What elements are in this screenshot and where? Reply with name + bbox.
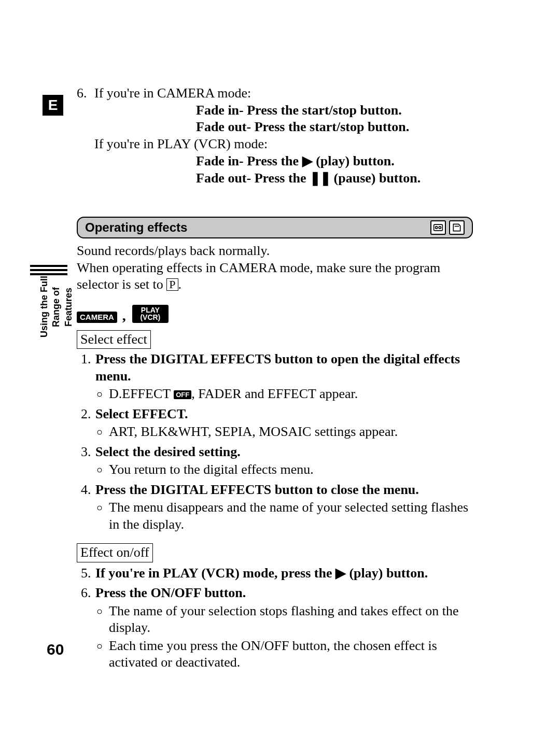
step-5: If you're in PLAY (VCR) mode, press the … [94, 564, 473, 582]
manual-page: E Using the FullRange of Features 6. If … [0, 0, 560, 748]
text: Fade out- Press the [196, 171, 310, 186]
text: , FADER and EFFECT appear. [191, 386, 358, 401]
step-head: If you're in PLAY (VCR) mode, press the … [95, 566, 428, 581]
step-1-bullet: D.EFFECT OFF, FADER and EFFECT appear. [109, 386, 473, 403]
text: D.EFFECT [109, 386, 174, 401]
effect-onoff-box: Effect on/off [77, 543, 153, 562]
step-3-bullet: You return to the digital effects menu. [109, 461, 473, 478]
camera-mode-badge: CAMERA [77, 312, 117, 323]
text: (play) button. [346, 566, 428, 581]
play-icon: ▶ [302, 153, 313, 168]
step-6-bullet-2: Each time you press the ON/OFF button, t… [109, 638, 473, 671]
play-icon: ▶ [335, 565, 346, 581]
step-head: Select the desired setting. [95, 444, 241, 459]
language-tab: E [43, 95, 63, 116]
op-paragraph-2: When operating effects in CAMERA mode, m… [77, 260, 473, 293]
text: PLAY [141, 306, 160, 314]
step-6b: Press the ON/OFF button. The name of you… [94, 585, 473, 671]
step-head: Press the ON/OFF button. [95, 585, 246, 600]
play-vcr-mode-badge: PLAY (VCR) [132, 305, 169, 323]
page-content: 6. If you're in CAMERA mode: Fade in- Pr… [77, 85, 473, 674]
text: When operating effects in CAMERA mode, m… [77, 260, 440, 292]
camera-mode-intro: If you're in CAMERA mode: [94, 85, 473, 102]
step-6-bullet-1: The name of your selection stops flashin… [109, 603, 473, 637]
step-2-bullet: ART, BLK&WHT, SEPIA, MOSAIC settings app… [109, 424, 473, 441]
off-badge-icon: OFF [174, 390, 191, 399]
section-label: Using the FullRange of Features [38, 276, 75, 338]
pause-icon: ❚❚ [310, 171, 330, 186]
operating-effects-heading: Operating effects [77, 217, 473, 238]
onoff-steps: If you're in PLAY (VCR) mode, press the … [77, 564, 473, 671]
step-4: Press the DIGITAL EFFECTS button to clos… [94, 482, 473, 533]
page-number: 60 [47, 640, 64, 659]
text: If you're in PLAY (VCR) mode, press the [95, 566, 335, 581]
heading-icons [430, 220, 465, 235]
vcr-mode-intro: If you're in PLAY (VCR) mode: [94, 136, 473, 153]
vcr-fade-in: Fade in- Press the ▶ (play) button. [94, 152, 473, 170]
card-icon [449, 220, 465, 235]
effect-steps: Press the DIGITAL EFFECTS button to open… [77, 351, 473, 533]
text: (play) button. [313, 153, 395, 168]
step-4-bullet: The menu disappears and the name of your… [109, 499, 473, 533]
step-number: 6. [77, 85, 94, 187]
text: Fade in- Press the [196, 153, 302, 168]
p-mode-icon: P [166, 278, 178, 291]
heading-text: Operating effects [85, 220, 187, 235]
step-head: Press the DIGITAL EFFECTS button to clos… [95, 482, 419, 497]
step-6: 6. If you're in CAMERA mode: Fade in- Pr… [77, 85, 473, 187]
op-paragraph-1: Sound records/plays back normally. [77, 243, 473, 260]
step-head: Press the DIGITAL EFFECTS button to open… [95, 351, 460, 384]
separator: , [121, 308, 128, 323]
svg-point-1 [436, 227, 438, 229]
text: (VCR) [140, 313, 160, 321]
select-effect-box: Select effect [77, 330, 151, 349]
camera-fade-in: Fade in- Press the start/stop button. [94, 102, 473, 119]
step-head: Select EFFECT. [95, 406, 188, 421]
text: (pause) button. [330, 171, 421, 186]
mode-badges: CAMERA , PLAY (VCR) [77, 305, 473, 323]
step-2: Select EFFECT. ART, BLK&WHT, SEPIA, MOSA… [94, 406, 473, 441]
step-3: Select the desired setting. You return t… [94, 444, 473, 478]
step-1: Press the DIGITAL EFFECTS button to open… [94, 351, 473, 403]
cassette-icon [430, 220, 446, 235]
svg-point-2 [439, 227, 441, 229]
camera-fade-out: Fade out- Press the start/stop button. [94, 119, 473, 136]
text: . [178, 277, 182, 292]
vcr-fade-out: Fade out- Press the ❚❚ (pause) button. [94, 170, 473, 187]
